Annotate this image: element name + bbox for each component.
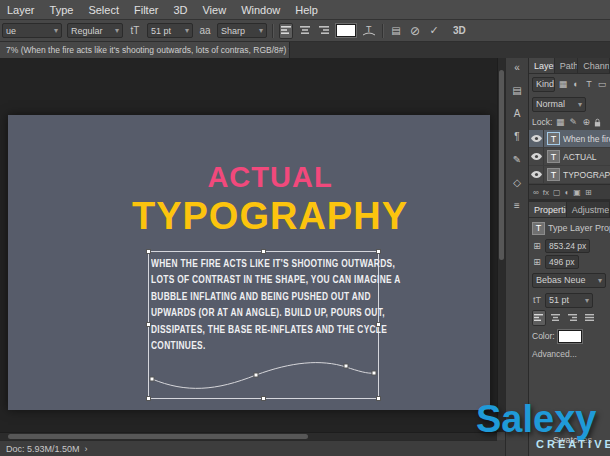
justify-button[interactable] bbox=[583, 310, 597, 326]
lock-transparency-icon[interactable]: ▦ bbox=[555, 117, 565, 127]
document-tab[interactable]: 7% (When the fire acts like it's shootin… bbox=[0, 42, 290, 58]
layer-row-when-the-fire[interactable]: T When the fire bbox=[529, 130, 610, 148]
type-layer-thumbnail[interactable]: T bbox=[547, 132, 560, 145]
advanced-button[interactable]: Advanced... bbox=[532, 349, 577, 359]
properties-size-select[interactable]: 51 pt ▾ bbox=[545, 293, 593, 308]
flyout-arrow-icon[interactable]: › bbox=[85, 444, 88, 454]
warp-anchor[interactable] bbox=[372, 371, 376, 375]
layer-styles-button[interactable]: fx bbox=[543, 188, 549, 197]
filter-shape-icon[interactable]: ▭ bbox=[597, 79, 607, 89]
layer-row-actual[interactable]: T ACTUAL bbox=[529, 148, 610, 166]
filter-adjustment-icon[interactable]: ◐ bbox=[571, 79, 581, 89]
paragraph-panel-icon[interactable]: ¶ bbox=[508, 129, 526, 143]
menu-item-window[interactable]: Window bbox=[241, 4, 280, 16]
transform-handle[interactable] bbox=[146, 322, 151, 327]
filter-pixel-icon[interactable]: ▦ bbox=[558, 79, 568, 89]
eye-icon bbox=[531, 135, 542, 142]
width-field[interactable]: 853.24 px bbox=[545, 239, 590, 253]
new-adjustment-button[interactable]: ◐ bbox=[565, 188, 570, 197]
warp-text-button[interactable]: T bbox=[361, 23, 377, 39]
canvas-document[interactable]: ACTUAL TYPOGRAPHY WHEN THE FIRE ACTS LIK… bbox=[8, 115, 490, 410]
layer-name: TYPOGRAPHY bbox=[563, 170, 610, 180]
toggle-visibility-button[interactable] bbox=[529, 166, 544, 183]
chevron-down-icon: ▾ bbox=[259, 26, 263, 35]
new-group-button[interactable]: ▣ bbox=[573, 188, 581, 197]
new-layer-button[interactable]: ⊞ bbox=[585, 188, 592, 197]
type-layer-thumbnail[interactable]: T bbox=[547, 150, 560, 163]
cancel-edits-button[interactable]: ⊘ bbox=[408, 23, 422, 39]
align-left-button[interactable] bbox=[279, 23, 293, 39]
styles-panel-icon[interactable]: ◇ bbox=[508, 175, 526, 189]
align-right-button[interactable] bbox=[317, 23, 331, 39]
align-center-icon bbox=[551, 314, 561, 322]
character-panel-icon[interactable]: A bbox=[508, 106, 526, 120]
toggle-visibility-button[interactable] bbox=[529, 130, 544, 147]
toggle-panels-button[interactable]: ▤ bbox=[389, 23, 403, 39]
menu-item-select[interactable]: Select bbox=[88, 4, 119, 16]
anti-alias-select[interactable]: Sharp ▾ bbox=[217, 23, 267, 38]
font-size-value: 51 pt bbox=[151, 26, 171, 36]
tab-properties[interactable]: Properties bbox=[529, 202, 567, 217]
watermark-title: Salexy bbox=[476, 398, 596, 441]
blend-mode-select[interactable]: Normal ▾ bbox=[532, 97, 586, 112]
align-right-icon bbox=[319, 26, 330, 35]
transform-handle[interactable] bbox=[376, 249, 381, 254]
chevron-down-icon: ▾ bbox=[585, 296, 589, 305]
vertical-scrollbar[interactable] bbox=[497, 58, 505, 432]
horizontal-scrollbar[interactable] bbox=[0, 432, 497, 440]
properties-font-select[interactable]: Bebas Neue ▾ bbox=[532, 273, 606, 288]
menu-item-help[interactable]: Help bbox=[295, 4, 318, 16]
collapse-panels-icon[interactable]: « bbox=[508, 60, 526, 74]
commit-edits-button[interactable]: ✓ bbox=[427, 23, 441, 39]
align-right-button[interactable] bbox=[566, 310, 580, 326]
link-layers-button[interactable]: ∞ bbox=[533, 188, 539, 197]
lock-paint-icon[interactable]: ✎ bbox=[568, 117, 578, 127]
lock-all-icon[interactable] bbox=[594, 118, 604, 127]
type-layer-thumbnail[interactable]: T bbox=[547, 168, 560, 181]
menu-item-3d[interactable]: 3D bbox=[173, 4, 187, 16]
align-left-icon bbox=[534, 314, 544, 322]
tab-adjustments[interactable]: Adjustments bbox=[567, 202, 610, 217]
type-color-swatch[interactable] bbox=[558, 330, 582, 343]
warp-curve[interactable] bbox=[146, 351, 382, 401]
lock-position-icon[interactable]: ⊕ bbox=[581, 117, 591, 127]
height-field[interactable]: 496 px bbox=[545, 255, 579, 269]
canvas-heading-typography: TYPOGRAPHY bbox=[8, 195, 490, 238]
color-label: Color: bbox=[532, 331, 555, 341]
add-mask-button[interactable]: ▢ bbox=[553, 188, 561, 197]
chevron-down-icon: ▾ bbox=[578, 100, 582, 109]
menu-item-view[interactable]: View bbox=[202, 4, 226, 16]
tab-channels[interactable]: Channels bbox=[578, 58, 610, 73]
font-family-select[interactable]: ue ▾ bbox=[2, 23, 62, 38]
transform-icon: ⊞ bbox=[532, 241, 542, 251]
transform-handle[interactable] bbox=[261, 249, 266, 254]
align-center-button[interactable] bbox=[549, 310, 563, 326]
layer-row-typography[interactable]: T TYPOGRAPHY bbox=[529, 166, 610, 184]
panel-menu-icon[interactable]: ≡ bbox=[508, 198, 526, 212]
align-center-button[interactable] bbox=[298, 23, 312, 39]
history-panel-icon[interactable]: ▤ bbox=[508, 83, 526, 97]
text-color-swatch[interactable] bbox=[336, 24, 356, 37]
menu-item-type[interactable]: Type bbox=[50, 4, 74, 16]
menu-item-filter[interactable]: Filter bbox=[134, 4, 158, 16]
align-left-button[interactable] bbox=[532, 310, 546, 326]
scrollbar-thumb[interactable] bbox=[499, 70, 504, 260]
warp-anchor[interactable] bbox=[344, 364, 348, 368]
warp-anchor[interactable] bbox=[254, 373, 258, 377]
warp-anchor[interactable] bbox=[150, 377, 154, 381]
font-size-select[interactable]: 51 pt ▾ bbox=[147, 23, 193, 38]
toggle-visibility-button[interactable] bbox=[529, 148, 544, 165]
tab-layers[interactable]: Layers bbox=[529, 58, 555, 73]
justify-icon bbox=[585, 314, 595, 322]
transform-handle[interactable] bbox=[146, 249, 151, 254]
3d-mode-button[interactable]: 3D bbox=[452, 23, 467, 39]
transform-handle[interactable] bbox=[376, 322, 381, 327]
filter-type-icon[interactable]: T bbox=[584, 79, 594, 89]
menu-item-layer[interactable]: Layer bbox=[7, 4, 35, 16]
font-style-select[interactable]: Regular ▾ bbox=[67, 23, 123, 38]
layer-filter-select[interactable]: Kind ▾ bbox=[532, 77, 555, 92]
eye-icon bbox=[531, 171, 542, 178]
brush-panel-icon[interactable]: ✎ bbox=[508, 152, 526, 166]
scrollbar-thumb[interactable] bbox=[8, 434, 308, 439]
tab-paths[interactable]: Paths bbox=[555, 58, 579, 73]
